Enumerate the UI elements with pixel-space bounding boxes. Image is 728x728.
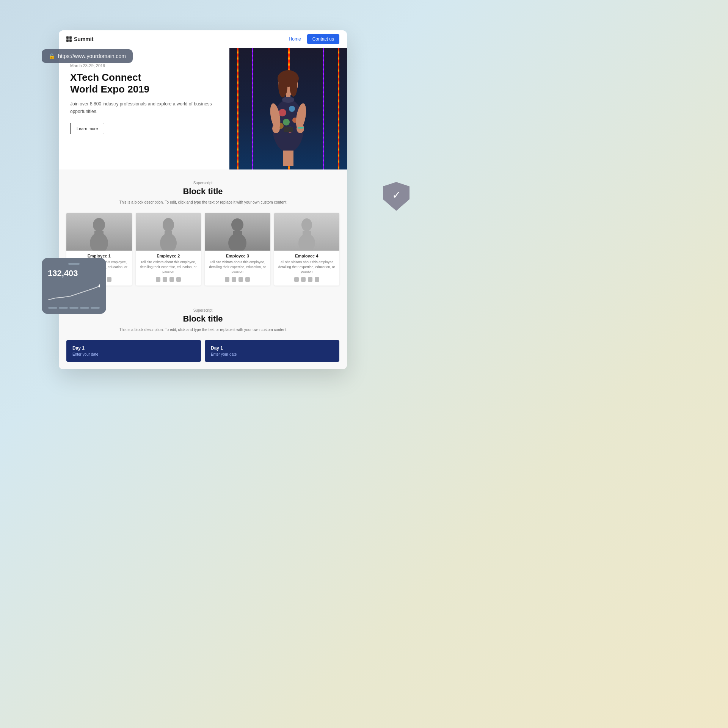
employee-photo-3	[205, 213, 270, 251]
navigation: Summit Home Contact us	[59, 30, 347, 48]
svg-point-9	[283, 119, 290, 126]
schedule-card-2: Day 1 Enter your date	[205, 340, 339, 362]
title-line-1: XTech Connect	[70, 72, 141, 83]
svg-point-15	[272, 124, 280, 133]
svg-point-8	[289, 106, 295, 112]
instagram-icon-4[interactable]	[301, 277, 306, 282]
employee-name-2: Employee 2	[136, 254, 201, 258]
email-icon-4[interactable]	[315, 277, 319, 282]
title-line-2: World Expo 2019	[70, 83, 149, 95]
led-strip-purple-right	[323, 48, 324, 169]
svg-rect-30	[233, 231, 242, 242]
schedule-card-1: Day 1 Enter your date	[66, 340, 201, 362]
led-strip-left	[237, 48, 238, 169]
instagram-icon-3[interactable]	[232, 277, 236, 282]
learn-more-button[interactable]: Learn more	[70, 123, 104, 134]
section1-title: Block title	[66, 187, 339, 196]
svg-point-0	[99, 284, 100, 287]
stats-footer	[48, 307, 100, 309]
email-icon-2[interactable]	[176, 277, 181, 282]
employee-silhouette-2	[153, 217, 184, 251]
security-shield-badge: ✓	[383, 182, 410, 211]
speaker-figure	[254, 63, 322, 169]
section1-superscript: Superscript	[66, 181, 339, 185]
employee-name-3: Employee 3	[205, 254, 270, 258]
facebook-icon-3[interactable]	[225, 277, 229, 282]
employee-name-4: Employee 4	[274, 254, 340, 258]
schedule-date-1[interactable]: Enter your date	[72, 352, 195, 356]
employee-silhouette-1	[84, 217, 114, 251]
svg-rect-19	[288, 151, 293, 166]
photo-bg-4	[274, 213, 340, 251]
schedule-date-2[interactable]: Enter your date	[211, 352, 333, 356]
employee-card-2: Employee 2 Tell site visitors about this…	[136, 213, 201, 286]
site-logo: Summit	[66, 36, 93, 42]
led-strip-purple-left	[252, 48, 253, 169]
email-icon-1[interactable]	[107, 277, 111, 282]
svg-rect-24	[94, 231, 104, 243]
hero-section: March 23-29, 2019 XTech Connect World Ex…	[59, 48, 347, 169]
home-link[interactable]: Home	[289, 36, 301, 42]
section1-description: This is a block description. To edit, cl…	[66, 199, 339, 205]
hero-image-container	[229, 48, 347, 169]
schedule-day-2: Day 1	[211, 345, 333, 351]
photo-bg-3	[205, 213, 270, 251]
twitter-icon-2[interactable]	[169, 277, 174, 282]
instagram-icon-2[interactable]	[163, 277, 167, 282]
event-date: March 23-29, 2019	[70, 63, 218, 68]
url-bar: 🔒 https://www.yourdomain.com	[42, 49, 133, 63]
stats-number: 132,403	[48, 268, 100, 278]
led-strip-right	[338, 48, 339, 169]
schedule-day-1: Day 1	[72, 345, 195, 351]
svg-point-3	[278, 75, 287, 97]
contact-button[interactable]: Contact us	[307, 34, 339, 44]
email-icon-3[interactable]	[245, 277, 250, 282]
employee-silhouette-3	[222, 217, 253, 251]
employee-photo-4	[274, 213, 340, 251]
employees-grid: Employee 1 Tell site visitors about this…	[66, 213, 339, 286]
employee-photo-1	[66, 213, 132, 251]
employee-socials-3	[205, 277, 270, 282]
employee-photo-2	[136, 213, 201, 251]
employee-socials-4	[274, 277, 340, 282]
svg-point-4	[290, 75, 297, 97]
employee-desc-3: Tell site visitors about this employee, …	[205, 260, 270, 274]
stats-widget: 132,403	[42, 258, 106, 314]
svg-rect-18	[283, 151, 288, 166]
employee-card-3: Employee 3 Tell site visitors about this…	[205, 213, 270, 286]
twitter-icon-4[interactable]	[308, 277, 312, 282]
schedule-grid: Day 1 Enter your date Day 1 Enter your d…	[66, 340, 339, 362]
stats-chart	[48, 283, 100, 302]
svg-point-7	[279, 109, 286, 116]
svg-point-28	[231, 218, 243, 231]
section2-superscript: Superscript	[66, 308, 339, 312]
employee-socials-2	[136, 277, 201, 282]
hero-content: March 23-29, 2019 XTech Connect World Ex…	[59, 48, 229, 169]
drag-handle	[68, 263, 80, 265]
employee-desc-2: Tell site visitors about this employee, …	[136, 260, 201, 274]
svg-point-20	[282, 97, 294, 103]
svg-point-31	[301, 218, 312, 231]
photo-bg-1	[66, 213, 132, 251]
lock-icon: 🔒	[49, 53, 55, 59]
logo-text: Summit	[74, 36, 93, 42]
url-text: https://www.yourdomain.com	[58, 53, 126, 59]
photo-bg-2	[136, 213, 201, 251]
hero-image	[229, 48, 347, 169]
twitter-icon-3[interactable]	[238, 277, 243, 282]
shield-check-icon: ✓	[392, 189, 401, 201]
section2-title: Block title	[66, 314, 339, 324]
logo-grid-icon	[66, 36, 72, 42]
svg-rect-17	[284, 127, 293, 132]
employee-card-4: Employee 4 Tell site visitors about this…	[274, 213, 340, 286]
svg-point-22	[93, 218, 105, 232]
facebook-icon-4[interactable]	[294, 277, 299, 282]
section2-description: This is a block description. To edit, cl…	[66, 327, 339, 333]
employee-silhouette-4	[292, 217, 322, 251]
facebook-icon-2[interactable]	[156, 277, 160, 282]
svg-point-25	[163, 218, 174, 232]
svg-rect-21	[298, 127, 304, 129]
browser-window: Summit Home Contact us March 23-29, 2019…	[59, 30, 347, 369]
employee-desc-4: Tell site visitors about this employee, …	[274, 260, 340, 274]
svg-rect-33	[303, 231, 311, 242]
